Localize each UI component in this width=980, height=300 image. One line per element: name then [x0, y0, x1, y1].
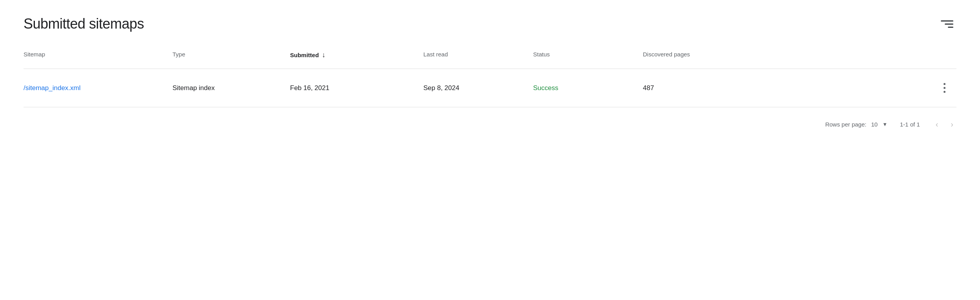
- rows-per-page-value: 10: [871, 121, 878, 128]
- table-footer: Rows per page: 10 ▼ 1-1 of 1 ‹ ›: [24, 107, 956, 138]
- sort-desc-icon: ↓: [322, 51, 325, 59]
- page-title: Submitted sitemaps: [24, 16, 144, 32]
- cell-submitted: Feb 16, 2021: [290, 84, 423, 92]
- col-header-submitted[interactable]: Submitted ↓: [290, 48, 423, 62]
- cell-discovered-pages: 487: [643, 84, 666, 92]
- filter-icon: [941, 20, 953, 28]
- rows-per-page-label: Rows per page:: [825, 121, 866, 128]
- filter-button[interactable]: [938, 17, 956, 31]
- col-header-sitemap: Sitemap: [24, 48, 172, 62]
- table-row: /sitemap_index.xml Sitemap index Feb 16,…: [24, 69, 956, 107]
- pagination-info: 1-1 of 1: [900, 121, 920, 128]
- rows-per-page-control: Rows per page: 10 ▼: [825, 121, 887, 128]
- dropdown-arrow-icon: ▼: [882, 121, 887, 127]
- col-header-type: Type: [172, 48, 290, 62]
- prev-page-button[interactable]: ‹: [933, 118, 942, 130]
- col-header-status: Status: [533, 48, 643, 62]
- page-container: Submitted sitemaps Sitemap Type Submitte…: [0, 0, 980, 300]
- rows-per-page-dropdown[interactable]: ▼: [882, 121, 887, 127]
- cell-last-read: Sep 8, 2024: [423, 84, 533, 92]
- cell-sitemap[interactable]: /sitemap_index.xml: [24, 84, 172, 92]
- table-header: Sitemap Type Submitted ↓ Last read Statu…: [24, 48, 956, 69]
- col-header-last-read: Last read: [423, 48, 533, 62]
- row-more-button[interactable]: [940, 80, 949, 96]
- header-row: Submitted sitemaps: [24, 16, 956, 32]
- cell-status: Success: [533, 84, 643, 92]
- pagination-controls: ‹ ›: [933, 118, 956, 130]
- chevron-right-icon: ›: [951, 120, 953, 129]
- chevron-left-icon: ‹: [936, 120, 938, 129]
- col-header-discovered-pages: Discovered pages: [643, 48, 956, 62]
- next-page-button[interactable]: ›: [947, 118, 956, 130]
- sitemaps-table: Sitemap Type Submitted ↓ Last read Statu…: [24, 48, 956, 107]
- cell-type: Sitemap index: [172, 84, 290, 92]
- more-dots-icon: [944, 83, 946, 93]
